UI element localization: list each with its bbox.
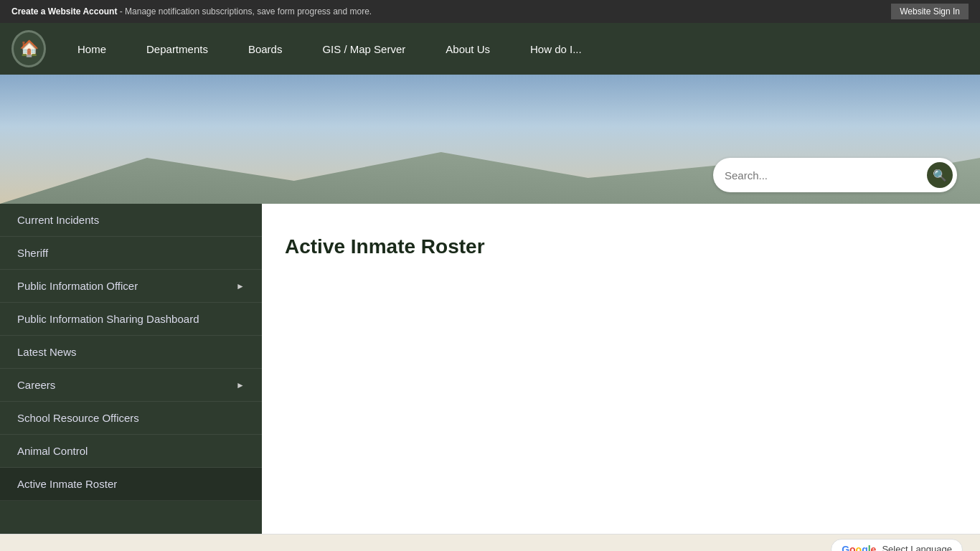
nav-item-boards[interactable]: Boards xyxy=(228,23,303,75)
sidebar-label-active-inmate: Active Inmate Roster xyxy=(17,478,117,490)
top-bar-create-account[interactable]: Create a Website Account xyxy=(11,6,117,17)
sign-in-button[interactable]: Website Sign In xyxy=(891,4,969,19)
google-translate-widget[interactable]: Google Select Language xyxy=(831,539,963,552)
sidebar-item-sheriff[interactable]: Sheriff xyxy=(0,237,262,270)
sidebar-item-current-incidents[interactable]: Current Incidents xyxy=(0,204,262,237)
site-logo[interactable]: 🏠 xyxy=(0,30,57,67)
top-bar-message-suffix: - Manage notification subscriptions, sav… xyxy=(117,6,372,17)
select-language-label: Select Language xyxy=(882,544,952,551)
nav-item-about[interactable]: About Us xyxy=(425,23,510,75)
sidebar-item-school-resource[interactable]: School Resource Officers xyxy=(0,402,262,435)
nav-items: HomeDepartmentsBoardsGIS / Map ServerAbo… xyxy=(57,23,980,75)
sidebar-item-animal-control[interactable]: Animal Control xyxy=(0,435,262,468)
nav-item-departments[interactable]: Departments xyxy=(126,23,228,75)
sidebar-label-careers: Careers xyxy=(17,379,55,391)
sidebar-label-current-incidents: Current Incidents xyxy=(17,214,99,226)
footer-bar: Google Select Language Google Translate xyxy=(0,534,980,551)
main-navigation: 🏠 HomeDepartmentsBoardsGIS / Map ServerA… xyxy=(0,23,980,75)
sidebar-label-public-info-dashboard: Public Information Sharing Dashboard xyxy=(17,313,199,325)
sidebar-arrow-public-info-officer: ► xyxy=(236,281,245,291)
sidebar-label-latest-news: Latest News xyxy=(17,346,77,358)
sidebar-label-animal-control: Animal Control xyxy=(17,445,88,457)
nav-item-gis[interactable]: GIS / Map Server xyxy=(302,23,425,75)
search-icon: 🔍 xyxy=(933,169,947,182)
hero-banner: 🔍 xyxy=(0,75,980,204)
search-input[interactable] xyxy=(725,169,927,182)
translate-wrapper: Google Select Language Google Translate xyxy=(831,539,963,552)
nav-item-howdo[interactable]: How do I... xyxy=(510,23,602,75)
page-title: Active Inmate Roster xyxy=(285,235,957,258)
main-content: Active Inmate Roster xyxy=(262,204,980,534)
search-button[interactable]: 🔍 xyxy=(927,162,953,188)
home-icon: 🏠 xyxy=(19,39,39,58)
nav-item-home[interactable]: Home xyxy=(57,23,126,75)
search-container: 🔍 xyxy=(713,158,957,192)
top-bar-message: Create a Website Account - Manage notifi… xyxy=(11,6,372,17)
top-bar: Create a Website Account - Manage notifi… xyxy=(0,0,980,23)
sidebar-item-latest-news[interactable]: Latest News xyxy=(0,336,262,369)
sidebar-item-public-info-officer[interactable]: Public Information Officer► xyxy=(0,270,262,303)
sidebar-label-sheriff: Sheriff xyxy=(17,247,48,259)
content-area: Current IncidentsSheriffPublic Informati… xyxy=(0,204,980,534)
sidebar-label-public-info-officer: Public Information Officer xyxy=(17,280,138,292)
sidebar-arrow-careers: ► xyxy=(236,380,245,390)
sidebar-item-careers[interactable]: Careers► xyxy=(0,369,262,402)
sidebar-item-public-info-dashboard[interactable]: Public Information Sharing Dashboard xyxy=(0,303,262,336)
sidebar: Current IncidentsSheriffPublic Informati… xyxy=(0,204,262,534)
google-logo: Google xyxy=(842,544,876,552)
sidebar-label-school-resource: School Resource Officers xyxy=(17,412,139,424)
sidebar-item-active-inmate[interactable]: Active Inmate Roster xyxy=(0,468,262,501)
